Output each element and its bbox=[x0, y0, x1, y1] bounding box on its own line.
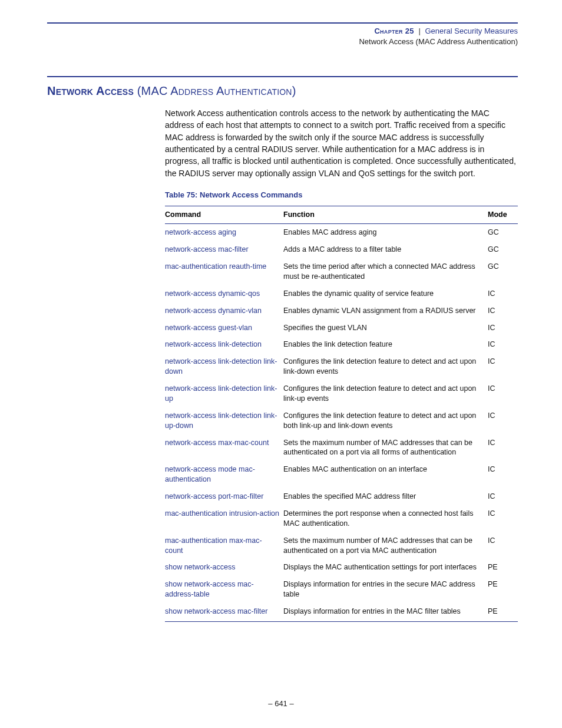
command-mode: IC bbox=[488, 380, 518, 407]
command-link[interactable]: network-access mode mac-authentication bbox=[165, 461, 283, 488]
command-function: Enables the dynamic quality of service f… bbox=[283, 285, 488, 302]
command-mode: IC bbox=[488, 461, 518, 488]
table-row: network-access mac-filterAdds a MAC addr… bbox=[165, 241, 518, 258]
command-function: Displays the MAC authentication settings… bbox=[283, 559, 488, 576]
command-mode: IC bbox=[488, 505, 518, 532]
running-header: Chapter 25 | General Security Measures N… bbox=[47, 26, 518, 47]
command-link[interactable]: network-access link-detection link-up bbox=[165, 380, 283, 407]
command-mode: GC bbox=[488, 258, 518, 285]
table-row: network-access link-detection link-downC… bbox=[165, 353, 518, 380]
table-row: network-access link-detection link-upCon… bbox=[165, 380, 518, 407]
command-link[interactable]: network-access dynamic-vlan bbox=[165, 302, 283, 319]
col-function: Function bbox=[283, 206, 488, 224]
command-function: Specifies the guest VLAN bbox=[283, 319, 488, 337]
table-row: network-access link-detectionEnables the… bbox=[165, 336, 518, 353]
body-block: Network Access authentication controls a… bbox=[165, 107, 518, 622]
table-row: network-access guest-vlanSpecifies the g… bbox=[165, 319, 518, 337]
command-function: Enables MAC address aging bbox=[283, 224, 488, 241]
table-row: network-access dynamic-qosEnables the dy… bbox=[165, 285, 518, 302]
command-mode: PE bbox=[488, 576, 518, 603]
command-link[interactable]: network-access guest-vlan bbox=[165, 319, 283, 337]
command-link[interactable]: network-access link-detection bbox=[165, 336, 283, 353]
command-link[interactable]: mac-authentication max-mac-count bbox=[165, 532, 283, 559]
page-footer: – 641 – bbox=[0, 699, 562, 709]
command-function: Enables the link detection feature bbox=[283, 336, 488, 353]
document-page: Chapter 25 | General Security Measures N… bbox=[0, 0, 562, 728]
command-link[interactable]: mac-authentication intrusion-action bbox=[165, 505, 283, 532]
command-link[interactable]: network-access max-mac-count bbox=[165, 434, 283, 462]
command-link[interactable]: show network-access bbox=[165, 559, 283, 576]
chapter-title: General Security Measures bbox=[425, 27, 518, 35]
command-mode: IC bbox=[488, 532, 518, 559]
command-link[interactable]: network-access port-mac-filter bbox=[165, 488, 283, 505]
header-separator: | bbox=[418, 27, 420, 35]
command-mode: IC bbox=[488, 434, 518, 462]
table-row: mac-authentication max-mac-countSets the… bbox=[165, 532, 518, 559]
command-function: Enables dynamic VLAN assignment from a R… bbox=[283, 302, 488, 319]
header-subtitle: Network Access (MAC Address Authenticati… bbox=[47, 37, 518, 47]
table-row: network-access dynamic-vlanEnables dynam… bbox=[165, 302, 518, 319]
command-function: Configures the link detection feature to… bbox=[283, 380, 488, 407]
table-title: Table 75: Network Access Commands bbox=[165, 190, 518, 200]
header-line-1: Chapter 25 | General Security Measures bbox=[47, 26, 518, 37]
command-link[interactable]: show network-access mac-filter bbox=[165, 603, 283, 621]
command-mode: PE bbox=[488, 559, 518, 576]
header-rule bbox=[47, 22, 518, 24]
chapter-label: Chapter 25 bbox=[374, 27, 414, 35]
command-mode: IC bbox=[488, 488, 518, 505]
command-function: Sets the maximum number of MAC addresses… bbox=[283, 434, 488, 462]
commands-table: Command Function Mode network-access agi… bbox=[165, 206, 518, 622]
command-function: Configures the link detection feature to… bbox=[283, 407, 488, 434]
command-mode: IC bbox=[488, 407, 518, 434]
command-link[interactable]: network-access link-detection link-up-do… bbox=[165, 407, 283, 434]
command-function: Determines the port response when a conn… bbox=[283, 505, 488, 532]
command-function: Enables the specified MAC address filter bbox=[283, 488, 488, 505]
intro-paragraph: Network Access authentication controls a… bbox=[165, 107, 518, 179]
command-link[interactable]: show network-access mac-address-table bbox=[165, 576, 283, 603]
table-header-row: Command Function Mode bbox=[165, 206, 518, 224]
command-function: Displays information for entries in the … bbox=[283, 603, 488, 621]
table-row: network-access link-detection link-up-do… bbox=[165, 407, 518, 434]
command-mode: IC bbox=[488, 285, 518, 302]
command-mode: GC bbox=[488, 241, 518, 258]
page-number: – 641 – bbox=[268, 699, 293, 708]
command-mode: PE bbox=[488, 603, 518, 621]
col-mode: Mode bbox=[488, 206, 518, 224]
table-row: network-access agingEnables MAC address … bbox=[165, 224, 518, 241]
command-function: Adds a MAC address to a filter table bbox=[283, 241, 488, 258]
command-function: Displays information for entries in the … bbox=[283, 576, 488, 603]
command-mode: IC bbox=[488, 319, 518, 337]
section-title-rest: (MAC Address Authentication) bbox=[134, 84, 296, 97]
command-function: Configures the link detection feature to… bbox=[283, 353, 488, 380]
table-row: show network-accessDisplays the MAC auth… bbox=[165, 559, 518, 576]
table-row: mac-authentication intrusion-actionDeter… bbox=[165, 505, 518, 532]
section-rule bbox=[47, 76, 518, 77]
command-mode: GC bbox=[488, 224, 518, 241]
command-mode: IC bbox=[488, 302, 518, 319]
command-link[interactable]: mac-authentication reauth-time bbox=[165, 258, 283, 285]
command-link[interactable]: network-access mac-filter bbox=[165, 241, 283, 258]
table-row: mac-authentication reauth-timeSets the t… bbox=[165, 258, 518, 285]
table-row: show network-access mac-address-tableDis… bbox=[165, 576, 518, 603]
section-title-lead: Network Access bbox=[47, 84, 134, 97]
command-function: Sets the time period after which a conne… bbox=[283, 258, 488, 285]
col-command: Command bbox=[165, 206, 283, 224]
section-title: Network Access (MAC Address Authenticati… bbox=[47, 83, 518, 99]
command-function: Enables MAC authentication on an interfa… bbox=[283, 461, 488, 488]
command-link[interactable]: network-access aging bbox=[165, 224, 283, 241]
table-row: network-access max-mac-countSets the max… bbox=[165, 434, 518, 462]
command-link[interactable]: network-access link-detection link-down bbox=[165, 353, 283, 380]
table-row: network-access port-mac-filterEnables th… bbox=[165, 488, 518, 505]
command-mode: IC bbox=[488, 336, 518, 353]
table-row: network-access mode mac-authenticationEn… bbox=[165, 461, 518, 488]
command-function: Sets the maximum number of MAC addresses… bbox=[283, 532, 488, 559]
table-row: show network-access mac-filterDisplays i… bbox=[165, 603, 518, 621]
command-mode: IC bbox=[488, 353, 518, 380]
command-link[interactable]: network-access dynamic-qos bbox=[165, 285, 283, 302]
